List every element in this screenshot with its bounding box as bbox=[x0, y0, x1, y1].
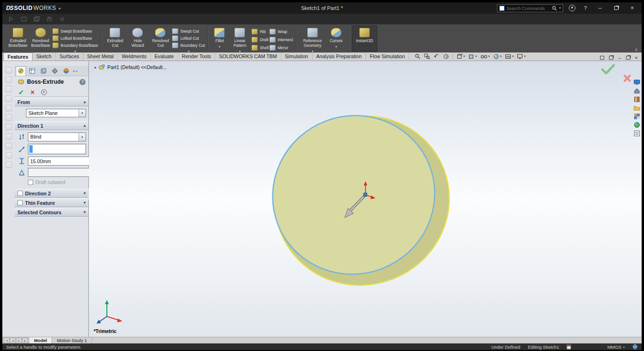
start-condition-dropdown[interactable]: Sketch Plane ▾ bbox=[26, 109, 86, 117]
apply-scene-icon[interactable]: ▾ bbox=[505, 53, 513, 60]
feature-tree-item-icon[interactable] bbox=[6, 105, 12, 111]
section-thin-feature[interactable]: Thin Feature ▾ bbox=[15, 198, 88, 207]
pm-help-icon[interactable]: ? bbox=[79, 79, 86, 85]
fillet-button[interactable]: Fillet ▾ bbox=[211, 26, 228, 52]
tab-sheet-metal[interactable]: Sheet Metal bbox=[83, 53, 118, 61]
draft-outward-checkbox[interactable] bbox=[28, 180, 33, 185]
doc-restore-icon[interactable] bbox=[626, 56, 630, 60]
pane-tab-prev-icon[interactable]: ◂ bbox=[72, 69, 75, 72]
login-button[interactable] bbox=[568, 4, 576, 12]
zoom-fit-icon[interactable] bbox=[415, 53, 421, 60]
revolved-boss-base-button[interactable]: Revolved Boss/Base bbox=[30, 26, 52, 52]
help-button[interactable]: ? bbox=[581, 4, 590, 12]
ok-button[interactable]: ✓ bbox=[18, 89, 24, 96]
swept-cut-button[interactable]: Swept Cut bbox=[172, 28, 205, 34]
monitor-icon[interactable] bbox=[634, 79, 640, 86]
boundary-cut-button[interactable]: Boundary Cut bbox=[172, 43, 205, 48]
linear-pattern-button[interactable]: Linear Pattern ▾ bbox=[229, 26, 251, 52]
instant3d-button[interactable]: Instant3D bbox=[352, 26, 377, 52]
shell-button[interactable]: Shell bbox=[252, 44, 269, 51]
command-search[interactable]: ▾ bbox=[497, 4, 563, 12]
feature-tree-item-icon[interactable] bbox=[6, 124, 12, 130]
pane-tab-next-icon[interactable]: ▸ bbox=[76, 69, 78, 72]
tree-root-label[interactable]: Part1 (Default) <<Default... bbox=[107, 64, 166, 70]
edit-appearance-icon[interactable]: ▾ bbox=[493, 53, 502, 60]
detailed-preview-icon[interactable] bbox=[41, 89, 47, 95]
tab-motion-study-1[interactable]: Motion Study 1 bbox=[52, 337, 92, 343]
print-icon[interactable] bbox=[46, 16, 52, 22]
globe-icon[interactable] bbox=[632, 344, 638, 350]
swept-boss-base-button[interactable]: Swept Boss/Base bbox=[52, 28, 98, 34]
intersect-button[interactable]: Intersect bbox=[270, 36, 293, 43]
tab-sketch[interactable]: Sketch bbox=[33, 53, 56, 61]
sphere-icon[interactable] bbox=[634, 122, 640, 128]
feature-tree-item-icon[interactable] bbox=[6, 143, 12, 149]
end-condition-dropdown[interactable]: Blind ▾ bbox=[28, 132, 86, 141]
close-button[interactable]: × bbox=[627, 4, 638, 12]
tab-flow-simulation[interactable]: Flow Simulation bbox=[366, 53, 409, 61]
display-style-icon[interactable]: ▾ bbox=[468, 53, 477, 60]
confirmation-cancel-button[interactable] bbox=[623, 74, 631, 84]
feature-tree-item-icon[interactable] bbox=[6, 67, 12, 73]
ribbon-collapse-icon[interactable]: ∧ bbox=[635, 47, 638, 52]
cascade-windows-icon[interactable] bbox=[609, 56, 613, 60]
reverse-direction-icon[interactable] bbox=[17, 133, 26, 141]
folder-icon[interactable] bbox=[634, 105, 640, 111]
feature-tree-item-icon[interactable] bbox=[6, 162, 12, 168]
feature-tree-item-icon[interactable] bbox=[6, 96, 12, 102]
section-view-icon[interactable] bbox=[443, 53, 449, 60]
new-document-icon[interactable] bbox=[8, 16, 14, 22]
tab-property-manager[interactable] bbox=[16, 66, 26, 76]
new-window-icon[interactable] bbox=[600, 56, 604, 60]
feature-tree-item-icon[interactable] bbox=[6, 77, 12, 83]
options-gear-icon[interactable] bbox=[59, 16, 65, 22]
reference-geometry-button[interactable]: Reference Geometry ▾ bbox=[299, 26, 326, 52]
collapse-section-icon[interactable]: ▴ bbox=[84, 100, 86, 104]
feature-tree-item-icon[interactable] bbox=[6, 86, 12, 92]
search-icon[interactable] bbox=[552, 6, 557, 11]
expand-section-icon[interactable]: ▾ bbox=[84, 191, 86, 195]
wrap-button[interactable]: Wrap bbox=[270, 28, 293, 35]
draft-angle-icon[interactable] bbox=[17, 169, 26, 176]
prev-tab-icon[interactable]: ◀ bbox=[10, 338, 16, 343]
thin-feature-checkbox[interactable] bbox=[17, 200, 23, 205]
tab-appearances[interactable] bbox=[61, 66, 71, 76]
first-tab-icon[interactable]: ◀ bbox=[4, 338, 9, 343]
collapse-section-icon[interactable]: ▴ bbox=[84, 123, 86, 128]
restore-button[interactable] bbox=[610, 4, 622, 12]
menu-expand-icon[interactable]: ▸ bbox=[59, 6, 61, 10]
tab-display-manager[interactable] bbox=[38, 66, 49, 76]
next-tab-icon[interactable]: ▶ bbox=[16, 338, 22, 343]
tab-simulation[interactable]: Simulation bbox=[281, 53, 313, 61]
view-orientation-icon[interactable]: ▾ bbox=[456, 53, 465, 60]
unit-system-dropdown[interactable]: MMGS ▾ bbox=[607, 344, 625, 350]
rib-button[interactable]: Rib bbox=[252, 28, 269, 35]
window-grid-icon[interactable] bbox=[634, 113, 640, 120]
revolved-cut-button[interactable]: Revolved Cut bbox=[149, 26, 171, 52]
extruded-cut-button[interactable]: Extruded Cut bbox=[104, 26, 126, 52]
feature-tree-item-icon[interactable] bbox=[6, 152, 12, 158]
expand-section-icon[interactable]: ▾ bbox=[84, 210, 86, 214]
viewport-canvas[interactable] bbox=[89, 61, 642, 337]
view-settings-icon[interactable]: ▾ bbox=[517, 53, 525, 60]
cancel-button[interactable]: × bbox=[31, 89, 35, 96]
expand-section-icon[interactable]: ▾ bbox=[84, 201, 86, 205]
tab-model[interactable]: Model bbox=[29, 337, 52, 343]
book-icon[interactable] bbox=[634, 96, 640, 103]
curves-button[interactable]: Curves ▾ bbox=[327, 26, 346, 52]
tab-configuration-manager[interactable] bbox=[27, 66, 37, 76]
direction-reference-selection-box[interactable] bbox=[28, 144, 86, 154]
search-dropdown-icon[interactable]: ▾ bbox=[559, 6, 561, 10]
doc-minimize-button[interactable]: – bbox=[618, 55, 621, 61]
feature-tree-flyout-root[interactable]: ▸ Part1 (Default) <<Default... bbox=[95, 64, 167, 70]
hide-show-items-icon[interactable]: ▾ bbox=[480, 53, 490, 60]
list-icon[interactable] bbox=[634, 130, 640, 137]
minimize-button[interactable]: – bbox=[594, 4, 606, 12]
extruded-boss-base-button[interactable]: Extruded Boss/Base bbox=[7, 26, 29, 52]
house-icon[interactable] bbox=[634, 88, 640, 94]
tab-analysis-preparation[interactable]: Analysis Preparation bbox=[313, 53, 366, 61]
depth-input[interactable] bbox=[28, 157, 96, 165]
last-tab-icon[interactable]: ▶ bbox=[22, 338, 28, 343]
draft-angle-input[interactable] bbox=[28, 168, 96, 176]
graphics-viewport[interactable]: ▸ Part1 (Default) <<Default... *Trimetri… bbox=[89, 61, 642, 337]
